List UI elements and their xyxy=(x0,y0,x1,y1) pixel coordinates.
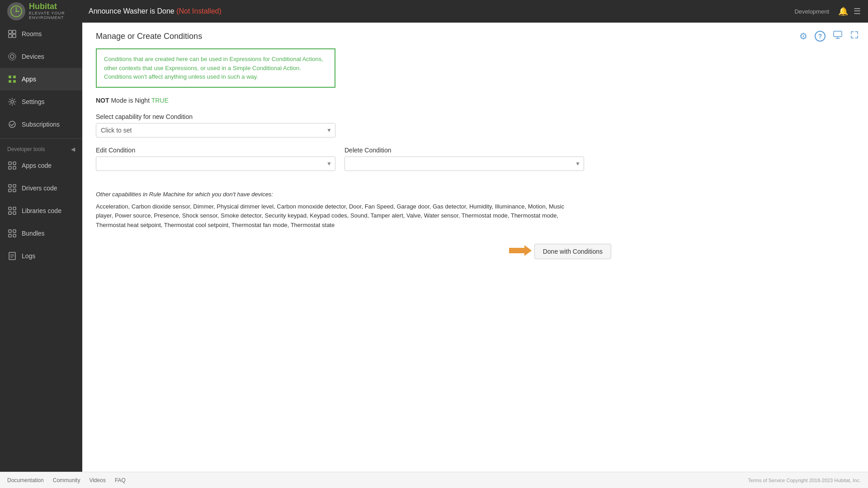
svg-rect-25 xyxy=(13,212,16,214)
delete-condition-col: Delete Condition ▼ xyxy=(344,147,584,180)
edit-condition-col: Edit Condition ▼ xyxy=(96,147,335,180)
condition-middle: Mode is Night xyxy=(111,97,151,104)
svg-rect-24 xyxy=(9,212,11,214)
sidebar-item-subscriptions[interactable]: Subscriptions xyxy=(0,113,82,136)
svg-rect-2 xyxy=(9,30,12,33)
collapse-icon[interactable]: ◀ xyxy=(71,146,75,152)
footer-link-videos[interactable]: Videos xyxy=(89,477,105,483)
dev-label: Development xyxy=(794,8,829,15)
content-area: ⚙ ? Manage or Create Conditions Conditio… xyxy=(82,23,868,472)
arrow-icon xyxy=(509,244,532,258)
help-icon[interactable]: ? xyxy=(815,31,826,42)
svg-rect-22 xyxy=(9,207,11,210)
true-value: TRUE xyxy=(151,97,169,104)
sidebar-label-subscriptions: Subscriptions xyxy=(22,121,60,128)
edit-condition-dropdown[interactable] xyxy=(96,156,335,171)
menu-icon[interactable]: ☰ xyxy=(854,6,861,16)
svg-rect-17 xyxy=(13,166,16,169)
sidebar-item-settings[interactable]: Settings xyxy=(0,90,82,113)
sidebar-item-libraries-code[interactable]: Libraries code xyxy=(0,199,82,222)
svg-rect-8 xyxy=(9,76,11,78)
settings-icon xyxy=(7,97,17,107)
footer: Documentation Community Videos FAQ Terms… xyxy=(0,472,868,488)
sidebar-item-devices[interactable]: Devices xyxy=(0,45,82,68)
svg-rect-4 xyxy=(9,34,12,38)
footer-link-community[interactable]: Community xyxy=(53,477,80,483)
not-label: NOT xyxy=(96,97,109,104)
toolbar-icons: ⚙ ? xyxy=(799,30,859,42)
sidebar-label-libraries-code: Libraries code xyxy=(22,207,61,214)
drivers-code-icon xyxy=(7,183,17,193)
svg-rect-19 xyxy=(13,185,16,187)
logo-circle xyxy=(7,2,25,20)
libraries-code-icon xyxy=(7,206,17,216)
select-capability-dropdown[interactable]: Click to set xyxy=(96,123,335,137)
svg-rect-5 xyxy=(13,34,16,38)
two-col-section: Edit Condition ▼ Delete Condition xyxy=(96,147,611,180)
monitor-icon[interactable] xyxy=(833,30,843,42)
svg-rect-3 xyxy=(13,30,16,33)
sidebar-label-settings: Settings xyxy=(22,98,45,105)
svg-rect-28 xyxy=(9,234,11,237)
notification-icon[interactable]: 🔔 xyxy=(838,6,848,16)
svg-rect-14 xyxy=(9,162,11,165)
done-section: Done with Conditions xyxy=(96,244,611,259)
footer-links: Documentation Community Videos FAQ xyxy=(7,477,748,483)
tagline: ELEVATE YOUR ENVIRONMENT xyxy=(29,11,89,20)
svg-rect-15 xyxy=(13,162,16,165)
done-with-conditions-button[interactable]: Done with Conditions xyxy=(534,244,611,259)
svg-rect-10 xyxy=(9,80,11,83)
select-capability-wrapper: Click to set ▼ xyxy=(96,123,335,137)
condition-status: NOT Mode is Night TRUE xyxy=(96,97,611,104)
svg-rect-11 xyxy=(13,80,16,83)
delete-condition-dropdown[interactable] xyxy=(344,156,584,171)
not-installed-badge: (Not Installed) xyxy=(176,7,222,15)
main-layout: Rooms Devices Apps xyxy=(0,23,868,472)
subscriptions-icon xyxy=(7,119,17,129)
page-header-title: Announce Washer is Done (Not Installed) xyxy=(89,7,794,15)
other-capabilities-label: Other capabilities in Rule Machine for w… xyxy=(96,191,611,198)
sidebar-item-drivers-code[interactable]: Drivers code xyxy=(0,177,82,199)
sidebar-label-bundles: Bundles xyxy=(22,230,45,237)
devices-icon xyxy=(7,52,17,62)
svg-rect-9 xyxy=(13,76,16,78)
svg-point-13 xyxy=(9,121,15,128)
logo: Hubitat ELEVATE YOUR ENVIRONMENT xyxy=(7,2,89,20)
sidebar-item-apps[interactable]: Apps xyxy=(0,68,82,90)
edit-condition-label: Edit Condition xyxy=(96,147,335,154)
svg-point-1 xyxy=(15,10,17,12)
bundles-icon xyxy=(7,228,17,238)
page-title: Manage or Create Conditions xyxy=(96,32,611,41)
footer-link-documentation[interactable]: Documentation xyxy=(7,477,44,483)
info-text: Conditions that are created here can be … xyxy=(104,55,327,81)
expand-icon[interactable] xyxy=(850,30,859,42)
svg-rect-23 xyxy=(13,207,16,210)
svg-point-6 xyxy=(10,55,14,58)
footer-link-faq[interactable]: FAQ xyxy=(115,477,126,483)
capability-list: Acceleration, Carbon dioxide sensor, Dim… xyxy=(96,202,571,230)
sidebar-label-apps: Apps xyxy=(22,76,36,83)
sidebar-item-bundles[interactable]: Bundles xyxy=(0,222,82,245)
apps-code-icon xyxy=(7,161,17,171)
edit-condition-wrapper: ▼ xyxy=(96,156,335,171)
svg-rect-18 xyxy=(9,185,11,187)
sidebar-item-rooms[interactable]: Rooms xyxy=(0,23,82,45)
logs-icon xyxy=(7,251,17,261)
select-capability-label: Select capability for new Condition xyxy=(96,113,611,120)
sidebar-divider xyxy=(0,138,82,139)
sidebar-item-apps-code[interactable]: Apps code xyxy=(0,154,82,177)
sidebar: Rooms Devices Apps xyxy=(0,23,82,472)
delete-condition-label: Delete Condition xyxy=(344,147,584,154)
svg-rect-26 xyxy=(9,230,11,232)
rooms-icon xyxy=(7,29,17,39)
svg-rect-29 xyxy=(13,234,16,237)
sidebar-label-drivers-code: Drivers code xyxy=(22,185,57,192)
svg-rect-20 xyxy=(9,189,11,192)
svg-point-7 xyxy=(9,53,16,60)
sidebar-label-rooms: Rooms xyxy=(22,30,42,38)
gear-icon[interactable]: ⚙ xyxy=(799,31,807,42)
svg-rect-21 xyxy=(13,189,16,192)
apps-icon xyxy=(7,74,17,84)
brand-name: Hubitat xyxy=(29,2,89,11)
sidebar-item-logs[interactable]: Logs xyxy=(0,245,82,267)
